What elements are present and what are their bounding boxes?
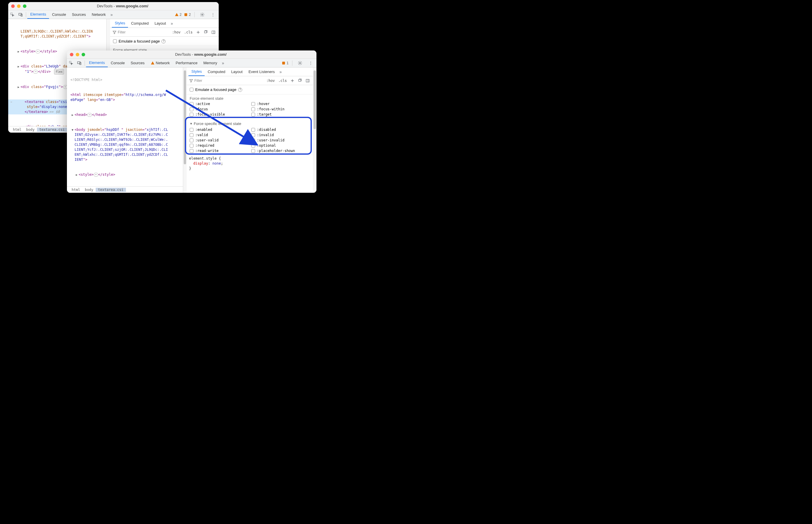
filter-input[interactable]: Filter	[112, 30, 170, 34]
breadcrumb-item-selected[interactable]: textarea.csi	[96, 188, 126, 192]
state-placeholder-shown[interactable]: :placeholder-shown	[251, 149, 310, 153]
force-specific-state-section: ▼ Force specific element state :enabled …	[187, 118, 313, 154]
breadcrumb-item[interactable]: body	[82, 188, 96, 192]
hov-toggle[interactable]: :hov	[171, 30, 181, 34]
tab-layout[interactable]: Layout	[152, 19, 169, 28]
window-close-button[interactable]	[70, 53, 74, 56]
copy-styles-icon[interactable]	[203, 29, 209, 35]
state-required[interactable]: :required	[190, 144, 248, 148]
state-focus-within[interactable]: :focus-within	[251, 107, 310, 111]
new-style-rule-icon[interactable]	[289, 78, 295, 84]
force-specific-state-header[interactable]: ▼ Force specific element state	[190, 120, 310, 128]
toggle-sidebar-icon[interactable]	[210, 29, 216, 35]
tab-network[interactable]: Network	[89, 10, 109, 19]
emulate-focused-row[interactable]: Emulate a focused page ?	[187, 85, 313, 95]
gear-icon[interactable]	[296, 59, 304, 67]
state-focus-visible[interactable]: :focus-visible	[190, 112, 248, 116]
window-maximize-button[interactable]	[23, 4, 27, 8]
devtools-toolbar: Elements Console Sources Network Perform…	[67, 59, 317, 67]
more-tabs-icon[interactable]: »	[169, 21, 175, 26]
hov-toggle[interactable]: :hov	[265, 79, 276, 83]
kebab-menu-icon[interactable]: ⋮	[209, 11, 217, 19]
breadcrumb-item-selected[interactable]: textarea.csi	[37, 128, 67, 132]
help-icon[interactable]: ?	[161, 39, 165, 44]
svg-rect-5	[204, 31, 206, 33]
device-toggle-icon[interactable]	[16, 11, 25, 19]
state-user-valid[interactable]: :user-valid	[190, 138, 248, 142]
styles-scrollbar[interactable]	[313, 67, 317, 193]
issues-badge[interactable]: 1	[282, 61, 289, 65]
warnings-badge[interactable]: 2	[175, 13, 182, 17]
tab-memory[interactable]: Memory	[201, 59, 220, 67]
tab-computed[interactable]: Computed	[205, 67, 228, 76]
disclosure-triangle-icon[interactable]: ▼	[190, 122, 193, 125]
state-invalid[interactable]: :invalid	[251, 133, 310, 137]
svg-rect-14	[306, 79, 309, 82]
tab-styles[interactable]: Styles	[112, 19, 128, 28]
more-tabs-icon[interactable]: »	[109, 12, 114, 17]
styles-filter-bar: Filter :hov .cls	[187, 76, 313, 85]
toggle-sidebar-icon[interactable]	[305, 78, 311, 84]
state-enabled[interactable]: :enabled	[190, 128, 248, 132]
emulate-checkbox[interactable]	[190, 88, 193, 92]
more-tabs-icon[interactable]: »	[220, 61, 226, 65]
cls-toggle[interactable]: .cls	[183, 30, 193, 34]
cls-toggle[interactable]: .cls	[277, 79, 288, 83]
kebab-menu-icon[interactable]: ⋮	[306, 59, 315, 67]
tab-elements[interactable]: Elements	[86, 59, 108, 67]
breadcrumb-item[interactable]: html	[69, 188, 82, 192]
emulate-focused-row[interactable]: Emulate a focused page ?	[110, 37, 219, 46]
help-icon[interactable]: ?	[238, 88, 242, 92]
tab-styles[interactable]: Styles	[189, 67, 205, 76]
svg-point-4	[202, 14, 203, 15]
styles-filter-bar: Filter :hov .cls	[110, 28, 219, 37]
device-toggle-icon[interactable]	[75, 59, 83, 67]
tab-console[interactable]: Console	[108, 59, 128, 67]
state-focus[interactable]: :focus	[190, 107, 248, 111]
state-active[interactable]: :active	[190, 102, 248, 106]
styles-tabs: Styles Computed Layout Event Listeners »	[187, 67, 313, 76]
state-hover[interactable]: :hover	[251, 102, 310, 106]
filter-input[interactable]: Filter	[189, 79, 264, 83]
window-title: DevTools - www.google.com/	[29, 4, 216, 8]
dom-tree[interactable]: <!DOCTYPE html> <html itemscope itemtype…	[67, 67, 183, 186]
svg-point-12	[300, 63, 301, 64]
tab-event-listeners[interactable]: Event Listeners	[245, 67, 278, 76]
more-tabs-icon[interactable]: »	[278, 69, 284, 74]
gear-icon[interactable]	[198, 11, 206, 19]
state-user-invalid[interactable]: :user-invalid	[251, 138, 310, 142]
window-minimize-button[interactable]	[17, 4, 20, 8]
copy-styles-icon[interactable]	[297, 78, 303, 84]
tab-sources[interactable]: Sources	[69, 10, 89, 19]
traffic-lights	[11, 4, 27, 8]
new-style-rule-icon[interactable]	[195, 29, 201, 35]
breadcrumb-item[interactable]: html	[11, 128, 24, 132]
styles-tabs: Styles Computed Layout »	[110, 19, 219, 28]
issues-badge[interactable]: 2	[184, 13, 191, 17]
inspect-element-icon[interactable]	[67, 59, 75, 67]
window-maximize-button[interactable]	[82, 53, 85, 56]
tab-console[interactable]: Console	[49, 10, 69, 19]
tab-elements[interactable]: Elements	[27, 10, 49, 19]
breadcrumb-item[interactable]: body	[24, 128, 37, 132]
dom-scrollbar[interactable]	[183, 67, 187, 193]
state-optional[interactable]: :optional	[251, 144, 310, 148]
svg-rect-3	[185, 13, 187, 16]
state-read-write[interactable]: :read-write	[190, 149, 248, 153]
emulate-checkbox[interactable]	[113, 39, 117, 43]
inspect-element-icon[interactable]	[8, 11, 16, 19]
tab-computed[interactable]: Computed	[128, 19, 152, 28]
state-disabled[interactable]: :disabled	[251, 128, 310, 132]
window-titlebar: DevTools - www.google.com/	[8, 2, 219, 10]
dom-panel: <!DOCTYPE html> <html itemscope itemtype…	[67, 67, 183, 193]
state-valid[interactable]: :valid	[190, 133, 248, 137]
window-minimize-button[interactable]	[76, 53, 79, 56]
tab-network[interactable]: Network	[148, 59, 173, 67]
tab-sources[interactable]: Sources	[128, 59, 148, 67]
tab-layout[interactable]: Layout	[228, 67, 245, 76]
tab-performance[interactable]: Performance	[173, 59, 200, 67]
element-style-block[interactable]: element.style { display: none; }	[187, 154, 313, 172]
state-target[interactable]: :target	[251, 112, 310, 116]
window-close-button[interactable]	[11, 4, 15, 8]
traffic-lights	[70, 53, 85, 56]
